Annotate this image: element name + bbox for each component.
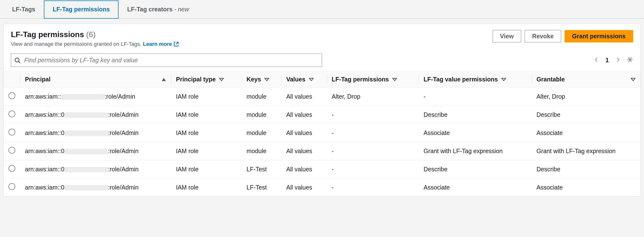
cell-keys: module <box>242 106 282 124</box>
grant-permissions-button[interactable]: Grant permissions <box>564 30 633 42</box>
cell-grantable: Describe <box>532 160 640 178</box>
tab-lf-tag-permissions[interactable]: LF-Tag permissions <box>44 0 118 19</box>
tab-label: LF-Tag creators <box>127 6 172 12</box>
chevron-left-icon <box>593 56 600 63</box>
col-lf-tag-value-permissions[interactable]: LF-Tag value permissions <box>419 72 532 88</box>
table-row[interactable]: arn:aws:iam::0:role/Admin IAM role modul… <box>4 124 640 142</box>
pagination: 1 <box>593 56 633 64</box>
col-lf-tag-permissions[interactable]: LF-Tag permissions <box>327 72 419 88</box>
page-number: 1 <box>606 57 609 64</box>
learn-more-label: Learn more <box>143 41 172 47</box>
tab-lf-tags[interactable]: LF-Tags <box>4 0 44 19</box>
cell-principal-type: IAM role <box>171 124 242 142</box>
tab-lf-tag-creators[interactable]: LF-Tag creators - new <box>118 0 198 19</box>
redacted-account <box>61 94 105 100</box>
action-buttons: View Revoke Grant permissions <box>492 30 633 42</box>
tab-new-badge: - new <box>174 6 189 12</box>
learn-more-link[interactable]: Learn more <box>143 41 179 47</box>
item-count: (6) <box>86 30 96 39</box>
cell-values: All values <box>281 142 327 160</box>
cell-keys: module <box>242 88 282 106</box>
cell-lf-tag-permissions: - <box>327 178 419 196</box>
table-row[interactable]: arn:aws:iam::0:role/Admin IAM role LF-Te… <box>4 178 640 196</box>
cell-principal-type: IAM role <box>171 142 242 160</box>
filter-icon <box>631 77 636 82</box>
cell-keys: module <box>242 124 282 142</box>
cell-values: All values <box>281 106 327 124</box>
cell-grantable: Alter, Drop <box>532 88 640 106</box>
redacted-account <box>64 130 108 136</box>
panel-header: LF-Tag permissions (6) View and manage t… <box>4 24 640 47</box>
row-radio[interactable] <box>8 183 15 190</box>
svg-point-0 <box>15 58 19 62</box>
view-button[interactable]: View <box>492 30 522 42</box>
table-row[interactable]: arn:aws:iam::0:role/Admin IAM role modul… <box>4 106 640 124</box>
cell-values: All values <box>281 88 327 106</box>
col-values[interactable]: Values <box>281 72 327 88</box>
gear-icon <box>627 56 633 63</box>
cell-principal: arn:aws:iam::0:role/Admin <box>20 160 171 178</box>
cell-lf-tag-permissions: - <box>327 142 419 160</box>
search-input[interactable] <box>11 54 322 67</box>
row-radio[interactable] <box>8 110 15 117</box>
page-title: LF-Tag permissions <box>11 30 84 39</box>
filter-icon <box>264 77 269 82</box>
title-block: LF-Tag permissions (6) View and manage t… <box>11 30 179 47</box>
cell-lf-tag-value-permissions: Associate <box>419 178 532 196</box>
cell-principal: arn:aws:iam::0:role/Admin <box>20 142 171 160</box>
col-keys[interactable]: Keys <box>242 72 282 88</box>
permissions-panel: LF-Tag permissions (6) View and manage t… <box>4 24 640 196</box>
col-label: Principal <box>25 76 51 83</box>
cell-principal-type: IAM role <box>171 160 242 178</box>
cell-lf-tag-value-permissions: Associate <box>419 124 532 142</box>
col-principal-type[interactable]: Principal type <box>171 72 242 88</box>
tabs-bar: LF-Tags LF-Tag permissions LF-Tag creato… <box>0 0 644 19</box>
prev-page-button[interactable] <box>593 56 600 64</box>
row-radio[interactable] <box>8 129 15 136</box>
cell-lf-tag-permissions: - <box>327 106 419 124</box>
row-radio[interactable] <box>8 147 15 154</box>
cell-principal-type: IAM role <box>171 178 242 196</box>
row-radio[interactable] <box>8 92 15 99</box>
cell-principal: arn:aws:iam::0:role/Admin <box>20 106 171 124</box>
col-label: Keys <box>247 76 261 83</box>
cell-keys: LF-Test <box>242 178 282 196</box>
col-label: LF-Tag permissions <box>332 76 389 83</box>
redacted-account <box>64 167 108 172</box>
cell-values: All values <box>281 178 327 196</box>
table-row[interactable]: arn:aws:iam::0:role/Admin IAM role LF-Te… <box>4 160 640 178</box>
revoke-button[interactable]: Revoke <box>524 30 561 42</box>
col-label: Principal type <box>176 76 216 83</box>
search-icon <box>14 57 20 64</box>
cell-values: All values <box>281 160 327 178</box>
col-label: LF-Tag value permissions <box>424 76 498 83</box>
cell-values: All values <box>281 124 327 142</box>
cell-grantable: Associate <box>532 178 640 196</box>
settings-button[interactable] <box>627 56 633 64</box>
col-select <box>4 72 20 88</box>
table-row[interactable]: arn:aws:iam::0:role/Admin IAM role modul… <box>4 142 640 160</box>
cell-grantable: Describe <box>532 106 640 124</box>
cell-keys: module <box>242 142 282 160</box>
filter-icon <box>392 77 397 82</box>
chevron-right-icon <box>615 56 621 63</box>
col-grantable[interactable]: Grantable <box>532 72 640 88</box>
next-page-button[interactable] <box>615 56 621 64</box>
table-row[interactable]: arn:aws:iam:::role/Admin IAM role module… <box>4 88 640 106</box>
col-label: Values <box>286 76 305 83</box>
cell-grantable: Grant with LF-Tag expression <box>532 142 640 160</box>
col-principal[interactable]: Principal <box>20 72 171 88</box>
redacted-account <box>64 149 108 154</box>
table-header-row: Principal Principal type Keys <box>4 72 640 88</box>
cell-grantable: Associate <box>532 124 640 142</box>
filter-icon <box>219 77 224 82</box>
permissions-table: Principal Principal type Keys <box>4 71 640 196</box>
cell-lf-tag-value-permissions: Describe <box>419 106 532 124</box>
filter-icon <box>309 77 314 82</box>
cell-lf-tag-permissions: Alter, Drop <box>327 88 419 106</box>
row-radio[interactable] <box>8 165 15 172</box>
filter-icon <box>501 77 506 82</box>
page-description: View and manage the permissions granted … <box>11 41 142 47</box>
cell-keys: LF-Test <box>242 160 282 178</box>
cell-lf-tag-value-permissions: Grant with LF-Tag expression <box>419 142 532 160</box>
